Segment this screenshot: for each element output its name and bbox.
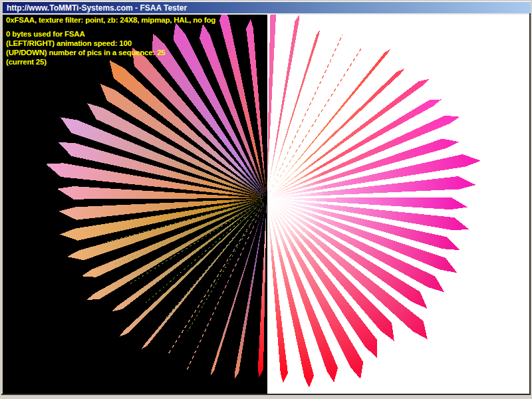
hud-pics-sequence: (UP/DOWN) number of pics in a sequence: … [6,48,166,57]
window-frame-bottom [1,395,532,399]
app-window: http://www.ToMMTi-Systems.com - FSAA Tes… [0,0,532,399]
starburst-canvas [3,15,529,394]
render-viewport: 0xFSAA, texture filter: point, zb: 24X8,… [3,15,529,394]
titlebar[interactable]: http://www.ToMMTi-Systems.com - FSAA Tes… [3,1,531,13]
hud-animation-speed: (LEFT/RIGHT) animation speed: 100 [6,39,166,48]
hud-settings-line: 0xFSAA, texture filter: point, zb: 24X8,… [6,16,215,24]
hud-current-pics: (current 25) [6,57,166,66]
hud-fsaa-bytes: 0 bytes used for FSAA [6,29,166,39]
window-title: http://www.ToMMTi-Systems.com - FSAA Tes… [7,3,187,13]
